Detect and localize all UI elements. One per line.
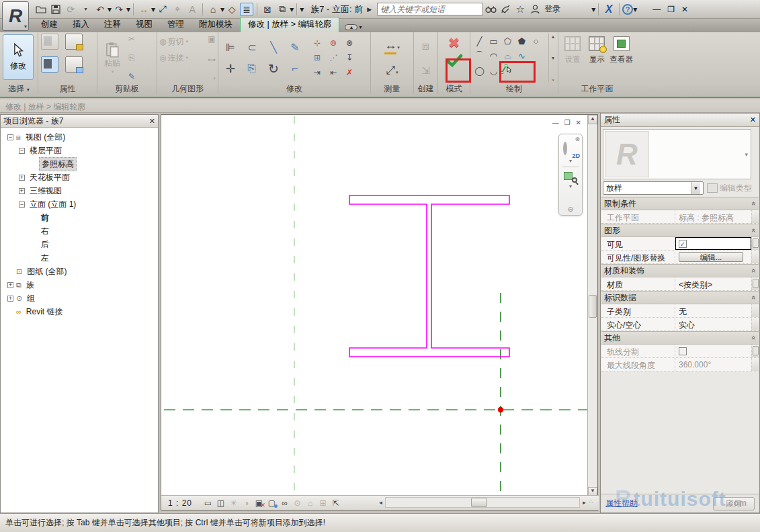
- copy-icon[interactable]: ⎘: [128, 53, 135, 62]
- communication-center-icon[interactable]: [499, 3, 512, 16]
- project-browser-close-icon[interactable]: ✕: [149, 117, 155, 126]
- thin-lines-icon[interactable]: ≣: [240, 3, 253, 16]
- crop-region-visibility-icon[interactable]: ▢: [265, 497, 278, 509]
- tree-expander-icon[interactable]: −: [19, 202, 25, 208]
- trim-extend-single-icon[interactable]: ⇥: [309, 65, 325, 80]
- panel-label-select[interactable]: 选择 ▾: [0, 83, 38, 94]
- collapse-chevron-icon[interactable]: «: [750, 228, 758, 232]
- move-icon[interactable]: ✛: [220, 58, 241, 79]
- sync-icon[interactable]: ⟳: [64, 3, 77, 16]
- associate-parameter-button[interactable]: [751, 345, 759, 357]
- pin-icon[interactable]: ↧: [341, 50, 357, 65]
- temporary-view-properties-icon[interactable]: ⌂: [304, 497, 316, 509]
- search-input[interactable]: [377, 3, 483, 15]
- tree-item[interactable]: ∞Revit 链接: [1, 305, 158, 318]
- scroll-up-arrow[interactable]: ▲: [588, 115, 597, 124]
- unpin-icon[interactable]: ⊗: [341, 36, 357, 50]
- tree-expander-icon[interactable]: +: [19, 175, 25, 181]
- draw-panel-scroll[interactable]: ▴ ▾ ⌄: [548, 34, 557, 82]
- property-value[interactable]: 无: [675, 304, 751, 317]
- draw-panel-more-icon[interactable]: ⌄: [551, 76, 556, 82]
- switch-windows-icon[interactable]: ⧉: [276, 3, 289, 16]
- tree-expander-icon[interactable]: −: [19, 148, 25, 154]
- tree-item[interactable]: 前: [1, 211, 158, 224]
- tree-expander-icon[interactable]: +: [7, 282, 13, 288]
- scroll-left-arrow[interactable]: ◂: [376, 499, 385, 506]
- scale-icon[interactable]: ⋰: [325, 50, 341, 65]
- cut-icon[interactable]: ✂: [128, 34, 135, 44]
- horizontal-scroll-thumb[interactable]: [471, 498, 487, 507]
- signin-caret[interactable]: ▾: [591, 5, 595, 14]
- align-icon[interactable]: ⊫: [220, 37, 241, 57]
- open-icon[interactable]: [34, 3, 48, 16]
- tab-insert[interactable]: 插入: [65, 17, 97, 32]
- property-value[interactable]: 编辑...: [675, 251, 751, 263]
- copy-modify-icon[interactable]: ⎘: [242, 58, 262, 79]
- offset-icon[interactable]: ⊂: [242, 37, 262, 57]
- wall-joins-icon[interactable]: ▣: [208, 34, 216, 44]
- draw-polygon-circumscribed-icon[interactable]: ⬟: [515, 34, 529, 48]
- draw-arc-tangent-icon[interactable]: ⌓: [501, 48, 515, 63]
- vertical-scroll-thumb[interactable]: [589, 295, 597, 318]
- create-similar-icon[interactable]: ⇲: [421, 64, 430, 77]
- family-category-button[interactable]: [65, 34, 83, 50]
- tree-item[interactable]: 后: [1, 238, 158, 251]
- switch-windows-caret[interactable]: ▾: [290, 5, 294, 14]
- sun-path-icon[interactable]: ☀: [227, 497, 240, 509]
- rotate-icon[interactable]: ↻: [263, 58, 284, 79]
- analytical-model-icon[interactable]: ⊞: [316, 497, 329, 509]
- property-value[interactable]: ✓: [675, 237, 751, 250]
- property-value[interactable]: ✓: [675, 345, 751, 357]
- property-group-header[interactable]: 其他«: [601, 331, 759, 345]
- tree-item[interactable]: 参照标高: [1, 157, 158, 171]
- reveal-hidden-elements-icon[interactable]: ⊙: [291, 497, 304, 509]
- split-element-icon[interactable]: ╲: [263, 37, 284, 57]
- draw-scroll-down-icon[interactable]: ▾: [552, 55, 554, 61]
- property-group-header[interactable]: 标识数据«: [601, 291, 759, 304]
- unalign-dim-icon[interactable]: ⊚: [325, 36, 341, 50]
- finish-edit-mode-icon[interactable]: [446, 54, 463, 67]
- show-workplane-button[interactable]: 显示: [585, 36, 609, 82]
- family-types-button[interactable]: [41, 34, 58, 50]
- tab-manage[interactable]: 管理: [160, 17, 192, 32]
- search-binoculars-icon[interactable]: [484, 3, 497, 16]
- draw-rectangle-icon[interactable]: ▭: [487, 34, 501, 48]
- view-close-icon[interactable]: ✕: [576, 119, 581, 126]
- workplane-viewer-button[interactable]: 查看器: [609, 36, 633, 82]
- undo-caret[interactable]: ▾: [108, 5, 112, 14]
- tag-icon[interactable]: ⌖: [171, 3, 184, 16]
- property-value[interactable]: 360.000°: [675, 358, 751, 371]
- tree-item[interactable]: 右: [1, 224, 158, 238]
- draw-arc-fillet-icon[interactable]: ∿: [515, 48, 529, 63]
- steering-wheel-2d-icon[interactable]: 2D: [563, 144, 578, 157]
- measure-caret[interactable]: ▾: [151, 5, 155, 14]
- property-group-header[interactable]: 限制条件«: [601, 197, 759, 210]
- align-dim-icon[interactable]: ⊹: [309, 36, 325, 50]
- preview-caret-icon[interactable]: ▾: [745, 151, 748, 158]
- navbar-close-icon[interactable]: ⊗: [575, 136, 580, 142]
- collapse-chevron-icon[interactable]: «: [750, 202, 758, 206]
- tree-item[interactable]: −立面 (立面 1): [1, 197, 158, 211]
- draw-ellipse-icon[interactable]: ◯: [472, 63, 487, 78]
- 3d-view-caret[interactable]: ▾: [220, 5, 224, 14]
- crop-view-icon[interactable]: ▣✕: [253, 497, 265, 509]
- tree-item[interactable]: +三维视图: [1, 184, 158, 197]
- join-geometry-button[interactable]: ◎连接▾: [159, 50, 205, 66]
- match-type-icon[interactable]: ✎: [128, 72, 135, 81]
- scroll-right-arrow[interactable]: ▸: [580, 499, 589, 506]
- tree-item[interactable]: +⧉族: [1, 278, 158, 292]
- property-group-header[interactable]: 图形«: [601, 224, 759, 237]
- type-preview[interactable]: R ▾: [603, 129, 751, 179]
- tree-item[interactable]: ⊡图纸 (全部): [1, 265, 158, 278]
- associate-parameter-button[interactable]: [751, 277, 759, 290]
- sketch-canvas[interactable]: [161, 115, 589, 496]
- ribbon-collapse-button[interactable]: ▲ ▾: [345, 24, 362, 30]
- reveal-constraints-icon[interactable]: ⇱: [329, 497, 342, 509]
- tab-create[interactable]: 创建: [34, 17, 65, 32]
- properties-help-link[interactable]: 属性帮助: [605, 498, 638, 509]
- horizontal-scroll-track[interactable]: [385, 497, 580, 508]
- redo-icon[interactable]: ↷: [112, 3, 126, 16]
- zoom-region-icon[interactable]: [564, 171, 577, 183]
- help-icon[interactable]: ?: [622, 4, 633, 15]
- checkbox-unchecked-icon[interactable]: ✓: [679, 347, 687, 355]
